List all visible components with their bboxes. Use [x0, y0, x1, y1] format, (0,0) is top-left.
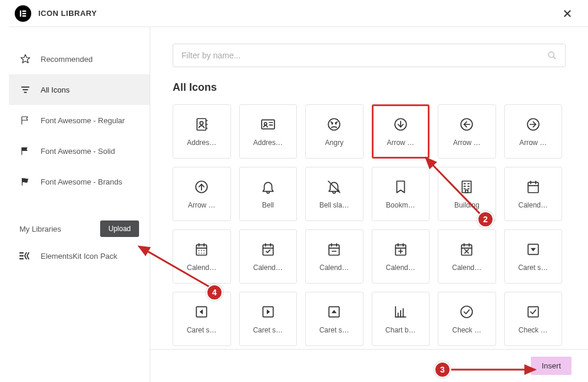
angry-icon	[326, 116, 342, 133]
svg-rect-0	[20, 10, 21, 17]
icon-card-arrow-right-circle[interactable]: Arrow …	[504, 104, 563, 159]
svg-rect-12	[19, 255, 24, 256]
sidebar-item-all-icons[interactable]: All Icons	[9, 74, 150, 105]
address-book-icon	[194, 116, 209, 133]
icon-card-label: Angry	[325, 139, 343, 147]
sidebar-item-label: Recommended	[41, 55, 139, 64]
svg-point-24	[264, 123, 266, 125]
svg-rect-13	[19, 258, 24, 259]
search-icon	[547, 51, 557, 60]
sidebar-item-recommended[interactable]: Recommended	[9, 44, 150, 74]
caret-sq-down-icon	[526, 241, 541, 258]
icon-card-calendar[interactable]: Calend…	[504, 167, 563, 221]
svg-line-17	[553, 57, 556, 59]
icon-card-bell[interactable]: Bell	[239, 167, 298, 221]
svg-rect-23	[262, 120, 275, 129]
close-button[interactable]	[559, 6, 576, 21]
icon-card-calendar-check[interactable]: Calend…	[239, 229, 298, 284]
calendar-minus-icon	[326, 241, 342, 258]
chart-bar-icon	[393, 304, 408, 320]
icon-card-arrow-left-circle[interactable]: Arrow …	[438, 104, 496, 159]
sidebar-item-label: Font Awesome - Brands	[41, 177, 139, 186]
svg-rect-63	[263, 245, 273, 255]
icon-card-bookmark[interactable]: Bookm…	[372, 167, 430, 221]
icon-card-calendar-plus[interactable]: Calend…	[372, 229, 430, 284]
building-icon	[459, 179, 474, 195]
icon-card-building[interactable]: Building	[438, 167, 496, 221]
svg-point-19	[200, 121, 203, 124]
modal-footer: Insert	[150, 349, 588, 382]
sidebar-item-font-awesome-solid[interactable]: Font Awesome - Solid	[9, 136, 150, 166]
sidebar: RecommendedAll IconsFont Awesome - Regul…	[9, 27, 150, 382]
icon-card-label: Arrow …	[453, 139, 481, 147]
svg-marker-89	[267, 309, 270, 315]
star-icon	[19, 53, 31, 65]
svg-rect-9	[24, 92, 27, 93]
elementor-logo	[15, 5, 31, 22]
svg-rect-3	[22, 15, 26, 16]
caret-sq-left-icon	[194, 304, 209, 320]
icon-card-label: Arrow …	[188, 201, 216, 209]
bookmark-icon	[393, 179, 408, 195]
icon-card-address-book[interactable]: Addres…	[173, 104, 231, 159]
bell-slash-icon	[326, 179, 342, 195]
flag-regular-icon	[19, 114, 31, 126]
sidebar-item-label: All Icons	[41, 85, 139, 94]
svg-rect-11	[19, 252, 24, 253]
modal-header: ICON LIBRARY	[9, 0, 588, 27]
search-field-wrapper[interactable]	[173, 44, 566, 67]
arrow-left-circle-icon	[459, 116, 474, 133]
icon-card-check-square[interactable]: Check …	[504, 292, 563, 346]
arrow-down-circle-icon	[393, 116, 408, 133]
section-title: All Icons	[173, 81, 566, 94]
svg-rect-49	[528, 182, 538, 192]
arrow-right-circle-icon	[526, 116, 541, 133]
icon-card-label: Building	[454, 201, 480, 209]
modal-title: ICON LIBRARY	[38, 9, 97, 18]
icon-card-chart-bar[interactable]: Chart b…	[372, 292, 430, 346]
calendar-icon	[526, 179, 541, 195]
svg-rect-98	[528, 307, 538, 317]
icon-card-caret-sq-up[interactable]: Caret s…	[305, 292, 364, 346]
icon-card-caret-sq-down[interactable]: Caret s…	[504, 229, 563, 284]
icon-card-calendar-times[interactable]: Calend…	[438, 229, 496, 284]
icon-card-label: Arrow …	[387, 139, 414, 147]
icon-card-label: Caret s…	[253, 326, 283, 334]
sidebar-lib-elementskit-icon-pack[interactable]: ElementsKit Icon Pack	[9, 241, 150, 271]
svg-point-16	[549, 52, 554, 57]
icon-card-caret-sq-right[interactable]: Caret s…	[239, 292, 298, 346]
svg-rect-8	[23, 89, 28, 90]
icon-card-arrow-down-circle[interactable]: Arrow …	[372, 104, 430, 159]
svg-rect-78	[462, 245, 472, 255]
icon-grid-scroll[interactable]: Addres…Addres…AngryArrow …Arrow …Arrow ……	[173, 104, 566, 382]
icon-card-label: Calend…	[319, 264, 349, 272]
caret-sq-up-icon	[326, 304, 342, 320]
icon-card-angry[interactable]: Angry	[305, 104, 364, 159]
icon-card-calendar-minus[interactable]: Calend…	[305, 229, 364, 284]
icon-card-check-circle[interactable]: Check …	[438, 292, 496, 346]
upload-button[interactable]: Upload	[100, 220, 139, 237]
calendar-plus-icon	[393, 241, 408, 258]
icon-card-address-card[interactable]: Addres…	[239, 104, 298, 159]
search-input[interactable]	[181, 51, 547, 60]
icon-card-arrow-up-circle[interactable]: Arrow …	[173, 167, 231, 221]
flag-solid-icon	[19, 145, 31, 157]
svg-line-29	[335, 122, 337, 123]
svg-point-31	[336, 123, 336, 124]
sidebar-item-font-awesome-regular[interactable]: Font Awesome - Regular	[9, 105, 150, 136]
sidebar-item-font-awesome-brands[interactable]: Font Awesome - Brands	[9, 166, 150, 197]
insert-button[interactable]: Insert	[531, 357, 572, 375]
svg-rect-67	[329, 245, 339, 255]
flag-brands-icon	[19, 176, 31, 187]
icon-card-caret-sq-left[interactable]: Caret s…	[173, 292, 231, 346]
calendar-alt-icon	[194, 241, 209, 258]
calendar-check-icon	[260, 241, 276, 258]
icon-card-bell-slash[interactable]: Bell sla…	[305, 167, 364, 221]
icon-card-label: Check …	[452, 326, 481, 334]
icon-card-calendar-alt[interactable]: Calend…	[173, 229, 231, 284]
svg-rect-41	[463, 181, 471, 193]
filter-icon	[19, 84, 31, 95]
svg-rect-48	[465, 190, 468, 192]
calendar-times-icon	[459, 241, 474, 258]
sidebar-item-label: Font Awesome - Regular	[41, 116, 139, 125]
